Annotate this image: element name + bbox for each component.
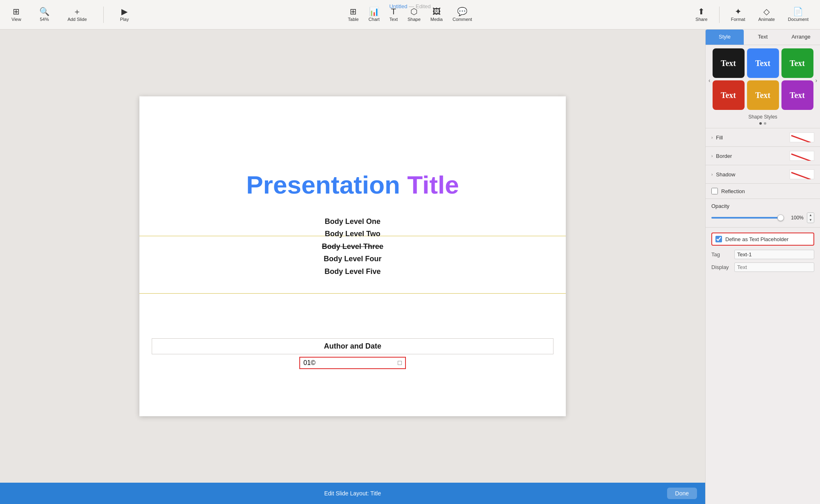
fill-preview [790, 132, 814, 142]
style-card-5[interactable]: Text [747, 80, 779, 110]
chart-label: Chart [369, 17, 380, 22]
table-label: Table [348, 17, 359, 22]
border-label: Border [716, 153, 790, 159]
format-label: Format [731, 17, 745, 22]
media-button[interactable]: 🖼 Media [426, 5, 448, 24]
table-icon: ⊞ [350, 7, 357, 16]
style-card-4[interactable]: Text [713, 80, 745, 110]
add-slide-icon: ＋ [73, 7, 81, 16]
animate-button[interactable]: ◇ Animate [754, 5, 780, 24]
shadow-chevron: › [711, 172, 713, 177]
toolbar-right: ⬆ Share ✦ Format ◇ Animate 📄 Document [690, 5, 813, 24]
document-icon: 📄 [793, 7, 803, 16]
text-button[interactable]: T Text [385, 5, 403, 24]
cards-row-1: Text Text Text [713, 48, 813, 78]
share-icon: ⬆ [698, 7, 705, 16]
table-button[interactable]: ⊞ Table [343, 5, 364, 24]
slide-title[interactable]: Presentation Title [139, 170, 566, 199]
zoom-label: 54% [40, 17, 49, 22]
slide[interactable]: Presentation Title Body Level One Body L… [139, 96, 566, 416]
animate-icon: ◇ [763, 7, 770, 16]
reflection-label: Reflection [721, 188, 814, 194]
shadow-preview [790, 169, 814, 179]
share-button[interactable]: ⬆ Share [690, 5, 712, 24]
opacity-value: 100% [787, 215, 804, 221]
shadow-section[interactable]: › Shadow [706, 165, 820, 183]
guide-line-bottom [139, 293, 566, 294]
opacity-down[interactable]: ▼ [807, 218, 814, 223]
display-input[interactable] [734, 262, 814, 272]
tag-label: Tag [711, 251, 731, 258]
style-card-6[interactable]: Text [781, 80, 813, 110]
slide-body[interactable]: Body Level One Body Level Two Body Level… [139, 215, 566, 278]
comment-icon: 💬 [457, 7, 467, 16]
panel-tabs: Style Text Arrange [706, 30, 820, 45]
add-slide-button[interactable]: ＋ Add Slide [63, 5, 92, 24]
status-text: Edit Slide Layout: Title [324, 490, 381, 497]
style-card-2[interactable]: Text [747, 48, 779, 78]
media-icon: 🖼 [433, 7, 441, 16]
style-cards-container: Text Text Text Text Text Text [713, 48, 813, 112]
display-row: Display [711, 262, 814, 272]
opacity-row: Opacity 100% ▲ ▼ [706, 198, 820, 227]
border-chevron: › [711, 154, 713, 158]
tag-value: Text-1 [734, 250, 814, 259]
comment-button[interactable]: 💬 Comment [448, 5, 477, 24]
prev-arrow[interactable]: ‹ [706, 75, 713, 85]
placeholder-section: Define as Text Placeholder Tag Text-1 Di… [706, 227, 820, 277]
style-card-3[interactable]: Text [781, 48, 813, 78]
dot-2 [764, 122, 766, 125]
placeholder-label: Define as Text Placeholder [725, 236, 788, 242]
format-button[interactable]: ✦ Format [726, 5, 750, 24]
style-cards-nav: ‹ Text Text Text Text Text Text › [706, 45, 820, 112]
play-button[interactable]: ▶ Play [115, 5, 134, 24]
fill-preview-bg [790, 132, 814, 142]
share-label: Share [695, 17, 707, 22]
fill-chevron: › [711, 135, 713, 140]
opacity-stepper: ▲ ▼ [807, 212, 814, 223]
border-preview-bg [790, 151, 814, 161]
tab-text[interactable]: Text [744, 30, 782, 45]
shape-styles-label: Shape Styles [706, 112, 820, 122]
view-button[interactable]: ⊞ View [7, 5, 26, 24]
opacity-slider[interactable] [711, 217, 784, 219]
author-label: Author and Date [152, 338, 554, 354]
chart-button[interactable]: 📊 Chart [364, 5, 385, 24]
next-arrow[interactable]: › [813, 75, 820, 85]
border-section[interactable]: › Border [706, 146, 820, 165]
toolbar-left: ⊞ View 🔍 54% ＋ Add Slide ▶ Play [7, 5, 134, 24]
opacity-controls: 100% ▲ ▼ [711, 212, 814, 223]
document-button[interactable]: 📄 Document [783, 5, 813, 24]
body-line-1: Body Level One [139, 215, 566, 228]
title-part1: Presentation [246, 171, 400, 199]
zoom-button[interactable]: 🔍 54% [34, 5, 55, 24]
tab-arrange[interactable]: Arrange [782, 30, 820, 45]
reflection-checkbox[interactable] [711, 188, 718, 194]
add-slide-label: Add Slide [68, 17, 87, 22]
opacity-up[interactable]: ▲ [807, 213, 814, 218]
done-button[interactable]: Done [667, 488, 697, 499]
shape-button[interactable]: ⬡ Shape [403, 5, 426, 24]
view-icon: ⊞ [13, 7, 20, 16]
cards-row-2: Text Text Text [713, 80, 813, 110]
placeholder-checkbox[interactable] [715, 236, 722, 242]
dot-1 [759, 122, 762, 125]
fill-section[interactable]: › Fill [706, 128, 820, 146]
body-line-4: Body Level Four [139, 253, 566, 265]
status-bar: Edit Slide Layout: Title Done [0, 483, 705, 504]
main-layout: Presentation Title Body Level One Body L… [0, 30, 820, 504]
style-card-1[interactable]: Text [713, 48, 745, 78]
right-panel: Style Text Arrange ‹ Text Text Text Text… [705, 30, 820, 504]
border-preview [790, 151, 814, 161]
body-line-3: Body Level Three [139, 240, 566, 253]
shape-label: Shape [408, 17, 421, 22]
slide-container: Presentation Title Body Level One Body L… [0, 30, 705, 483]
opacity-label: Opacity [711, 203, 814, 209]
date-input-wrapper[interactable] [299, 357, 406, 369]
toolbar-divider-2 [719, 7, 720, 23]
canvas-area: Presentation Title Body Level One Body L… [0, 30, 705, 504]
shadow-preview-bg [790, 169, 814, 179]
format-icon: ✦ [735, 7, 742, 16]
date-input[interactable] [303, 359, 398, 367]
tab-style[interactable]: Style [706, 30, 744, 45]
